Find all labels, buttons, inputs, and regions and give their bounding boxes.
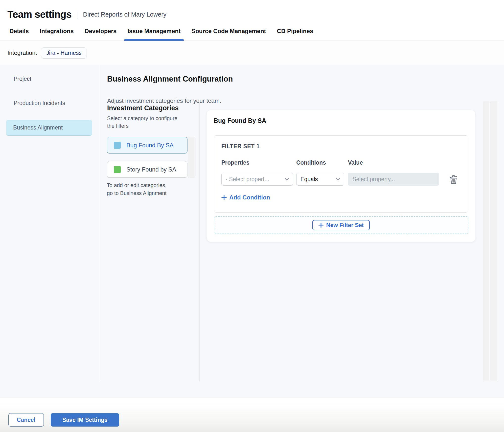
category-color-swatch bbox=[114, 142, 121, 149]
integration-label: Integration: bbox=[7, 49, 37, 56]
category-list-scrollbar[interactable] bbox=[188, 137, 195, 178]
category-label: Story Found by SA bbox=[126, 166, 176, 173]
filter-set-card: FILTER SET 1 Properties Conditions Value… bbox=[214, 135, 468, 213]
column-header-value: Value bbox=[348, 159, 363, 166]
delete-condition-button[interactable] bbox=[448, 174, 459, 186]
category-color-swatch bbox=[114, 166, 121, 173]
categories-footnote: To add or edit categories, go to Busines… bbox=[107, 181, 174, 197]
content-area: Project Production Incidents Business Al… bbox=[0, 65, 504, 398]
sidebar-divider bbox=[100, 65, 100, 381]
sidebar-item-project[interactable]: Project bbox=[14, 76, 31, 82]
category-button-story-found-by-sa[interactable]: Story Found by SA bbox=[107, 161, 187, 178]
investment-categories-heading: Investment Categories bbox=[107, 104, 179, 112]
value-input[interactable] bbox=[348, 173, 439, 186]
new-filter-set-label: New Filter Set bbox=[326, 222, 364, 229]
plus-icon bbox=[318, 222, 324, 228]
integration-row: Integration: Jira - Harness bbox=[0, 41, 504, 65]
category-config-card: Bug Found By SA FILTER SET 1 Properties … bbox=[207, 110, 475, 242]
tab-source-code-management[interactable]: Source Code Management bbox=[191, 28, 266, 41]
tab-cd-pipelines[interactable]: CD Pipelines bbox=[277, 28, 313, 41]
condition-select[interactable]: Equals bbox=[296, 173, 344, 186]
property-select-placeholder: - Select propert... bbox=[226, 176, 269, 183]
add-condition-label: Add Condition bbox=[229, 194, 270, 201]
trash-icon bbox=[449, 175, 458, 185]
integration-chip[interactable]: Jira - Harness bbox=[41, 47, 87, 59]
add-condition-button[interactable]: Add Condition bbox=[221, 194, 270, 201]
section-title: Business Alignment Configuration bbox=[107, 75, 233, 84]
config-card-title: Bug Found By SA bbox=[214, 117, 266, 124]
column-header-properties: Properties bbox=[221, 159, 250, 166]
category-label: Bug Found By SA bbox=[126, 142, 174, 149]
filter-set-title: FILTER SET 1 bbox=[221, 143, 260, 150]
panel-divider bbox=[199, 102, 200, 381]
category-button-bug-found-by-sa[interactable]: Bug Found By SA bbox=[107, 137, 187, 153]
new-filter-set-button[interactable]: New Filter Set bbox=[312, 220, 370, 230]
plus-icon bbox=[221, 195, 227, 200]
footer-bar: Cancel Save IM Settings bbox=[0, 405, 504, 432]
section-subtitle: Adjust investment categories for your te… bbox=[107, 97, 221, 104]
sidebar-item-business-alignment[interactable]: Business Alignment bbox=[6, 120, 92, 136]
top-bar: Team settings Direct Reports of Mary Low… bbox=[0, 0, 504, 65]
tab-details[interactable]: Details bbox=[9, 28, 29, 41]
page-header: Team settings Direct Reports of Mary Low… bbox=[0, 0, 504, 21]
tab-developers[interactable]: Developers bbox=[85, 28, 116, 41]
new-filter-set-dropzone: New Filter Set bbox=[214, 216, 468, 234]
title-separator bbox=[78, 10, 78, 19]
chevron-down-icon bbox=[284, 177, 289, 181]
sidebar-item-production-incidents[interactable]: Production Incidents bbox=[14, 100, 65, 107]
investment-categories-subtitle: Select a category to configure the filte… bbox=[107, 115, 179, 130]
chevron-down-icon bbox=[336, 177, 341, 181]
page-scrollbar[interactable] bbox=[490, 101, 497, 381]
save-im-settings-button[interactable]: Save IM Settings bbox=[51, 413, 119, 427]
column-header-conditions: Conditions bbox=[296, 159, 326, 166]
tab-bar: Details Integrations Developers Issue Ma… bbox=[0, 21, 504, 41]
tab-issue-management[interactable]: Issue Management bbox=[127, 28, 181, 41]
page-subtitle: Direct Reports of Mary Lowery bbox=[83, 11, 167, 18]
property-select[interactable]: - Select propert... bbox=[221, 173, 293, 186]
tab-integrations[interactable]: Integrations bbox=[40, 28, 74, 41]
condition-select-value: Equals bbox=[300, 176, 318, 183]
inner-scrollbar[interactable] bbox=[483, 101, 489, 381]
cancel-button[interactable]: Cancel bbox=[8, 413, 44, 427]
page-title: Team settings bbox=[7, 9, 72, 20]
